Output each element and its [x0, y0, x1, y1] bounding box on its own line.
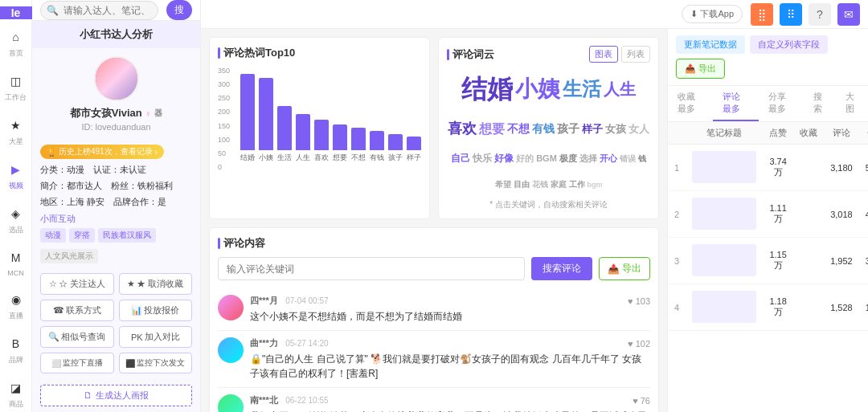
word-cloud-item[interactable]: 小姨 — [515, 75, 560, 103]
word-cloud-item[interactable]: 家庭 — [551, 180, 567, 190]
price-button[interactable]: 📊 投放报价 — [119, 300, 193, 321]
word-cloud-item[interactable]: 快乐 — [473, 153, 492, 164]
word-cloud-item[interactable]: 目由 — [514, 180, 530, 190]
tag-hanfu[interactable]: 民族着汉服风 — [98, 228, 156, 243]
word-cloud-item[interactable]: 女人 — [628, 123, 649, 136]
comment-text-1: 🔒"自己的人生 自己说了算" 🐕我们就是要打破对🐒女孩子的固有观念 几百年几千年… — [250, 352, 650, 381]
search-button[interactable]: 搜 — [166, 0, 192, 20]
tag-dongman[interactable]: 动漫 — [40, 228, 66, 243]
word-cloud-item[interactable]: 生活 — [563, 78, 601, 101]
word-cloud-item[interactable]: 不想 — [507, 122, 530, 136]
comment-item-2: 南***北 06-22 10:55 ♥ 76 我妈突开了，她说 她花了这么多钱培… — [218, 388, 650, 412]
download-app-button[interactable]: ⬇ 下载App — [682, 5, 743, 23]
sidebar-item-daren[interactable]: ★ 大星 — [0, 111, 31, 152]
cell-title — [686, 238, 763, 284]
monitor-live-button[interactable]: ⬜ 监控下直播 — [40, 353, 114, 373]
word-cloud-item[interactable]: 希望 — [495, 180, 511, 190]
comment-export-button[interactable]: 📤 导出 — [599, 257, 650, 280]
profile-link[interactable]: 小而互动 — [32, 213, 200, 225]
comment-search-button[interactable]: 搜索评论 — [531, 257, 592, 280]
sidebar-item-live[interactable]: ◉ 直播 — [0, 285, 31, 326]
badge-row: 🏆 历史上榜491次，查看记录 › — [32, 145, 200, 159]
filter-tab-shares[interactable]: 分享最多 — [759, 86, 804, 121]
tag-chuandai[interactable]: 穿搭 — [69, 228, 95, 243]
filter-tab-comments[interactable]: 评论最多 — [713, 86, 758, 121]
word-cloud-item[interactable]: 钱 — [638, 154, 646, 164]
word-cloud-item[interactable]: 错误 — [620, 154, 636, 164]
word-cloud-item[interactable]: 喜欢 — [448, 120, 477, 138]
filter-tab-search[interactable]: 搜索 — [804, 86, 836, 121]
nav-icon-blue[interactable]: ⠿ — [780, 3, 802, 26]
contact-button[interactable]: ☎ 联系方式 — [40, 300, 114, 321]
monitor-post-button[interactable]: ⬛ 监控下次发文 — [119, 353, 193, 373]
badge-gold[interactable]: 🏆 历史上榜491次，查看记录 › — [40, 145, 164, 159]
profile-meta: 分类：动漫 认证：未认证 簡介：都市达人 粉丝：铁粉福利 地区：上海 静安 品牌… — [32, 159, 200, 213]
sidebar-item-select[interactable]: ◈ 选品 — [0, 199, 31, 240]
nav-icon-question[interactable]: ? — [809, 3, 831, 26]
word-cloud-item[interactable]: BGM — [536, 153, 557, 164]
export-notes-button[interactable]: 📤 导出 — [676, 59, 725, 79]
sidebar-item-brand[interactable]: B 品牌 — [0, 329, 31, 370]
export-notes-icon: 📤 — [685, 63, 696, 73]
customize-columns-button[interactable]: 自定义列表字段 — [750, 35, 828, 54]
update-notes-button[interactable]: 更新笔记数据 — [676, 35, 745, 54]
filter-tab-bigimg[interactable]: 大图 — [836, 86, 868, 121]
sidebar-item-mcn[interactable]: M MCN — [0, 243, 31, 282]
comment-avatar-2 — [218, 394, 244, 412]
comment-avatar-0 — [218, 295, 244, 320]
download-app-label: 下载App — [700, 8, 734, 20]
word-cloud-item[interactable]: 自己 — [451, 153, 470, 164]
word-cloud-item[interactable]: 结婚 — [461, 74, 513, 104]
bar-chart-area: 350 300 250 200 150 100 50 0 结婚 — [218, 67, 421, 187]
word-cloud-item[interactable]: 样子 — [582, 123, 603, 136]
comment-text-0: 这个小姨不是不想结婚，而是不想为了结婚而结婚 — [250, 309, 650, 324]
filter-tab-favorites[interactable]: 收藏最多 — [668, 86, 713, 121]
heart-icon-0: ♥ — [628, 296, 633, 306]
sub-tag-culture[interactable]: 人文风光展示 — [40, 249, 98, 263]
unfavorite-button[interactable]: ★ ★ 取消收藏 — [119, 273, 193, 295]
sidebar-item-mcn-label: MCN — [7, 269, 24, 277]
similar-query-button[interactable]: 🔍 相似号查询 — [40, 326, 114, 348]
word-cloud-item[interactable]: 好像 — [494, 153, 514, 164]
word-cloud-item[interactable]: 孩子 — [557, 122, 579, 136]
follow-button[interactable]: ☆ ☆ 关注达人 — [40, 273, 114, 295]
nav-icon-orange[interactable]: ⣿ — [751, 3, 773, 26]
comment-header-1: 曲***力 05-27 14:20 ♥ 102 — [250, 337, 650, 349]
col-title: 笔记标题 — [686, 122, 763, 145]
sidebar-item-workbench[interactable]: ◫ 工作台 — [0, 67, 31, 108]
table-body: 1 3.74万 3,180 5,345 分析 原文 2 1.11万 3,018 … — [668, 145, 868, 331]
action-row-1: ☆ ☆ 关注达人 ★ ★ 取消收藏 — [40, 273, 192, 295]
word-cloud-item[interactable]: bgm — [588, 181, 603, 190]
cell-likes: 1.11万 — [763, 191, 793, 238]
sidebar-item-home[interactable]: ⌂ 首页 — [0, 22, 31, 63]
word-cloud-item[interactable]: 人生 — [604, 80, 636, 99]
comment-likes-1: ♥ 102 — [628, 339, 650, 349]
view-mode-chart[interactable]: 图表 — [589, 46, 618, 63]
compare-button[interactable]: PK 加入对比 — [119, 326, 193, 348]
heart-icon-2: ♥ — [633, 396, 638, 406]
cell-title — [686, 284, 763, 331]
live-icon: ◉ — [6, 290, 26, 309]
sidebar-item-product[interactable]: ◪ 商品 — [0, 373, 31, 412]
meta-category-label: 分类： — [40, 165, 67, 174]
meta-auth-value: 未认证 — [120, 165, 146, 174]
word-cloud-item[interactable]: 工作 — [569, 180, 585, 190]
word-cloud-item[interactable]: 极度 — [559, 153, 577, 164]
word-cloud-item[interactable]: 想要 — [479, 121, 505, 137]
word-cloud-item[interactable]: 花钱 — [532, 180, 548, 190]
view-mode-list[interactable]: 列表 — [621, 46, 650, 63]
word-cloud-item[interactable]: 好的 — [516, 153, 534, 164]
word-cloud-item[interactable]: 有钱 — [532, 122, 555, 136]
word-cloud-item[interactable]: 女孩 — [605, 123, 626, 136]
cell-favorites — [793, 284, 824, 331]
cell-shares: 4,797 — [859, 191, 868, 238]
nav-icon-mail[interactable]: ✉ — [837, 3, 860, 26]
gen-report-button[interactable]: 🗋 生成达人画报 — [40, 385, 192, 406]
comment-search-input[interactable] — [218, 257, 525, 280]
nav-icons-row: ⣿ ⠿ ? ✉ — [751, 3, 860, 26]
word-cloud-item[interactable]: 选择 — [579, 153, 597, 164]
bar-label: 样子 — [407, 153, 421, 163]
cell-likes: 3.74万 — [763, 145, 793, 191]
sidebar-item-video[interactable]: ▶ 视频 — [0, 155, 31, 196]
word-cloud-item[interactable]: 开心 — [600, 153, 617, 164]
